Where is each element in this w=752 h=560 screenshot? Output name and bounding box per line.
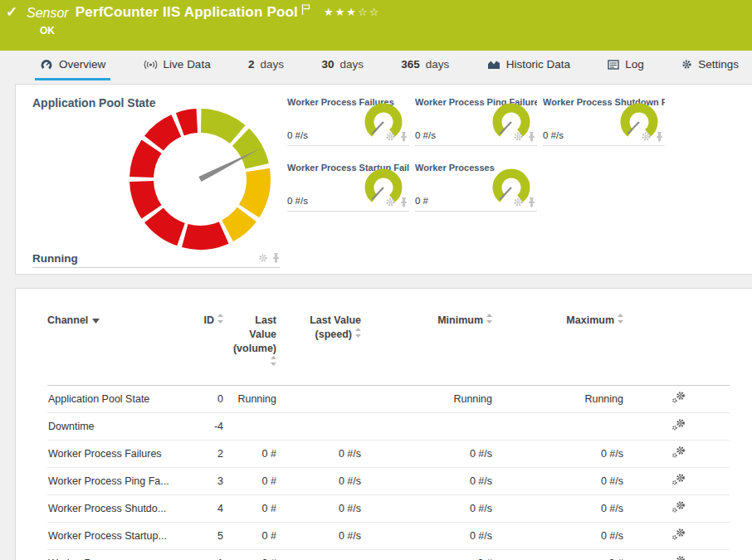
channel-settings-icon[interactable] [671, 528, 686, 540]
channel-row-downtime: Downtime-4 [47, 412, 730, 440]
overview-panel: Application Pool State Running Worker Pr… [15, 84, 752, 275]
tab-historic-data[interactable]: Historic Data [482, 51, 575, 80]
cell-last_volume: 0 # [230, 440, 293, 467]
column-header-minimum[interactable]: Minimum [376, 310, 507, 385]
column-header-last-value-volume-[interactable]: Last Value (volume) [230, 310, 293, 385]
cell-min: 0 #/s [376, 440, 507, 467]
gauge-value: 0 #/s [287, 196, 308, 206]
cell-id: 2 [197, 440, 230, 467]
cell-max: 0 # [507, 549, 638, 560]
tab-2-days[interactable]: 2days [243, 51, 289, 80]
cell-max: 0 #/s [507, 467, 638, 494]
cell-min: 0 #/s [376, 522, 507, 549]
live-icon [144, 60, 158, 70]
tab-label: Historic Data [506, 58, 570, 71]
cell-last_speed: 0 #/s [293, 467, 376, 494]
gauge-value: 0 #/s [415, 130, 436, 140]
pin-icon[interactable] [528, 132, 535, 142]
gauge-box: Worker Process Startup Failu...0 #/s [287, 158, 409, 212]
log-icon [608, 60, 619, 70]
cell-channel: Application Pool State [47, 385, 197, 412]
gear-icon[interactable] [385, 197, 396, 207]
application-pool-state-gauge [127, 106, 273, 252]
tab-365-days[interactable]: 365days [396, 51, 454, 80]
status-badge: OK [40, 25, 55, 37]
channel-row-worker-process-ping-fa-: Worker Process Ping Fa...30 #0 #/s0 #/s0… [47, 467, 730, 494]
priority-stars[interactable]: ★★★☆☆ [324, 6, 380, 18]
column-header-channel[interactable]: Channel [47, 310, 197, 385]
flag-icon[interactable] [301, 4, 310, 15]
cell-id: 0 [197, 385, 230, 412]
cell-channel: Downtime [47, 412, 197, 440]
cell-last_volume [230, 412, 293, 440]
channel-row-worker-processes: Worker Processes10 #0 #0 # [47, 549, 730, 560]
gear-icon[interactable] [258, 253, 268, 263]
cell-id: 4 [197, 494, 230, 522]
channel-settings-icon[interactable] [671, 501, 686, 513]
cell-max [507, 412, 638, 440]
cell-last_speed [293, 549, 376, 560]
cell-channel: Worker Process Shutdo... [47, 494, 197, 522]
gear-icon[interactable] [513, 197, 524, 207]
pin-icon[interactable] [656, 132, 663, 142]
channel-table: ChannelIDLast Value (volume)Last Value (… [47, 310, 730, 560]
sensor-title: PerfCounter IIS Application Pool [76, 4, 298, 21]
sensor-status-header: ✓ Sensor PerfCounter IIS Application Poo… [0, 0, 752, 51]
cell-min: Running [376, 385, 507, 412]
gauge-grid: Worker Process Failures0 #/sWorker Proce… [287, 93, 752, 224]
gauge-box: Worker Processes0 # [415, 158, 537, 212]
cell-channel: Worker Processes [47, 549, 197, 560]
channel-settings-icon[interactable] [671, 392, 686, 403]
gauge-value: 0 #/s [287, 130, 308, 140]
tab-bar: OverviewLive Data2days30days365daysHisto… [0, 51, 752, 80]
chart-icon [487, 60, 501, 70]
cell-last_volume: 0 # [230, 467, 293, 494]
gauge-actions [513, 131, 535, 142]
tab-log[interactable]: Log [603, 51, 649, 80]
tab-label: Overview [59, 58, 105, 71]
cell-id: -4 [197, 412, 230, 440]
channel-row-worker-process-failures: Worker Process Failures20 #0 #/s0 #/s0 #… [47, 440, 730, 467]
tab-label: Log [625, 58, 644, 71]
channel-row-worker-process-startup-: Worker Process Startup...50 #0 #/s0 #/s0… [47, 522, 730, 549]
channel-settings-icon[interactable] [671, 556, 686, 560]
tab-live-data[interactable]: Live Data [139, 51, 216, 80]
gear-icon[interactable] [513, 131, 524, 142]
tab-30-days[interactable]: 30days [316, 51, 369, 80]
cell-max: Running [507, 385, 638, 412]
cell-last_speed [293, 412, 376, 440]
gauge-box: Worker Process Shutdown Fa...0 #/s [543, 93, 665, 146]
pin-icon[interactable] [400, 132, 408, 142]
column-header-maximum[interactable]: Maximum [507, 310, 638, 385]
cell-channel: Worker Process Ping Fa... [47, 467, 197, 494]
gear-icon[interactable] [641, 131, 652, 142]
channel-settings-icon[interactable] [671, 446, 686, 458]
gauge-actions [513, 197, 535, 207]
column-header-last-value-speed-[interactable]: Last Value (speed) [293, 310, 376, 385]
cell-min [376, 412, 507, 440]
cell-last_volume: 0 # [230, 549, 293, 560]
gauge-icon [40, 59, 53, 71]
gauge-value: 0 # [415, 196, 428, 206]
channel-settings-icon[interactable] [671, 419, 686, 431]
cell-min: 0 #/s [376, 494, 507, 522]
status-check-icon: ✓ [6, 3, 17, 21]
channel-table-header-row: ChannelIDLast Value (volume)Last Value (… [47, 310, 730, 385]
main-gauge-value: Running [32, 252, 258, 265]
pin-icon[interactable] [528, 197, 535, 207]
object-kind-label: Sensor [27, 6, 69, 21]
tab-overview[interactable]: Overview [35, 51, 110, 80]
cell-last_speed: 0 #/s [293, 494, 376, 522]
cell-min: 0 #/s [376, 467, 507, 494]
column-header-id[interactable]: ID [197, 310, 230, 385]
pin-icon[interactable] [400, 197, 408, 207]
tab-settings[interactable]: Settings [676, 51, 744, 80]
gauge-value: 0 #/s [543, 130, 564, 140]
pin-icon[interactable] [272, 253, 280, 263]
channel-row-application-pool-state: Application Pool State0RunningRunningRun… [47, 385, 730, 412]
cell-channel: Worker Process Failures [47, 440, 197, 467]
channel-table-panel: ChannelIDLast Value (volume)Last Value (… [15, 288, 752, 560]
cell-max: 0 #/s [507, 494, 638, 522]
channel-settings-icon[interactable] [671, 474, 686, 485]
gear-icon[interactable] [385, 131, 396, 142]
